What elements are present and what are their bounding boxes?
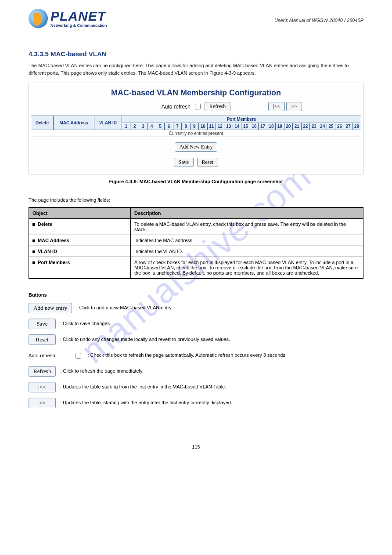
port-col-24: 24: [318, 123, 327, 130]
col-vlan: VLAN ID: [94, 116, 122, 130]
panel-toolbar: Auto-refresh Refresh |<< >>: [31, 102, 361, 111]
auto-refresh-label: Auto-refresh: [162, 104, 191, 110]
auto-refresh-row-label: Auto-refresh: [29, 353, 55, 358]
table-row: Port MembersA row of check boxes for eac…: [29, 257, 363, 279]
port-col-13: 13: [224, 123, 233, 130]
port-col-17: 17: [259, 123, 267, 130]
page-number: 115: [29, 444, 363, 450]
refresh-button[interactable]: Refresh: [205, 102, 230, 111]
button-desc-row: Save: Click to save changes.: [29, 318, 363, 330]
port-col-6: 6: [165, 123, 173, 130]
port-col-15: 15: [241, 123, 250, 130]
doc-button[interactable]: Refresh: [29, 366, 56, 377]
save-reset-row: Save Reset: [31, 158, 361, 167]
port-col-5: 5: [156, 123, 164, 130]
param-desc: A row of check boxes for each port is di…: [131, 257, 363, 279]
buttons-heading: Buttons: [29, 292, 363, 297]
doc-button[interactable]: Reset: [29, 334, 56, 345]
membership-table: Delete MAC Address VLAN ID Port Members …: [31, 116, 361, 137]
col-delete: Delete: [31, 116, 54, 130]
port-col-14: 14: [233, 123, 241, 130]
button-desc-row: Auto-refresh: Check this box to refresh …: [29, 349, 363, 362]
fields-intro: The page includes the following fields:: [29, 197, 363, 203]
button-desc-row: |<<: Updates the table starting from the…: [29, 381, 363, 393]
button-desc-text: : Updates the table, starting with the e…: [60, 399, 363, 406]
port-col-22: 22: [301, 123, 309, 130]
table-row: VLAN IDIndicates the VLAN ID.: [29, 246, 363, 257]
buttons-section: Buttons Add new entry: Click to add a ne…: [29, 292, 363, 409]
port-col-27: 27: [344, 123, 352, 130]
port-col-28: 28: [352, 123, 361, 130]
port-col-4: 4: [147, 123, 156, 130]
port-col-3: 3: [139, 123, 147, 130]
doc-button[interactable]: >>: [29, 398, 56, 408]
auto-refresh-row-checkbox[interactable]: [76, 353, 81, 359]
intro-paragraph: The MAC-based VLAN enties can be configu…: [29, 62, 363, 76]
figure-caption: Figure 4-3-9: MAC-based VLAN Membership …: [29, 179, 363, 184]
param-desc: To delete a MAC-based VLAN entry, check …: [131, 219, 363, 235]
brand-tagline: Networking & Communication: [50, 24, 107, 28]
port-col-9: 9: [190, 123, 198, 130]
port-col-20: 20: [284, 123, 292, 130]
param-desc: Indicates the VLAN ID.: [131, 246, 363, 257]
section-heading: 4.3.3.5 MAC-based VLAN: [29, 50, 363, 58]
globe-icon: [29, 9, 48, 28]
save-button[interactable]: Save: [174, 158, 194, 167]
port-col-1: 1: [122, 123, 130, 130]
button-desc-text: : Click to add a new MAC-based VLAN entr…: [76, 305, 363, 311]
add-new-entry-button[interactable]: Add New Entry: [175, 142, 218, 152]
port-col-8: 8: [182, 123, 190, 130]
button-desc-text: : Updates the table starting from the fi…: [60, 384, 363, 390]
params-table: Object Description DeleteTo delete a MAC…: [29, 207, 363, 279]
col-port-members: Port Members: [122, 116, 361, 123]
port-col-18: 18: [267, 123, 275, 130]
port-col-12: 12: [216, 123, 224, 130]
port-col-7: 7: [173, 123, 181, 130]
table-nodata: Currently no entries present: [31, 130, 361, 137]
param-object: Port Members: [29, 257, 131, 279]
col-mac: MAC Address: [54, 116, 94, 130]
param-desc: Indicates the MAC address.: [131, 235, 363, 246]
reset-button[interactable]: Reset: [197, 158, 219, 167]
config-panel: MAC-based VLAN Membership Configuration …: [29, 83, 363, 174]
port-col-23: 23: [309, 123, 318, 130]
port-col-21: 21: [293, 123, 301, 130]
button-desc-text: : Click to save changes.: [60, 320, 363, 327]
button-desc-text: : Click to refresh the page immediately.: [60, 368, 363, 374]
panel-title: MAC-based VLAN Membership Configuration: [31, 88, 361, 98]
param-object: Delete: [29, 219, 131, 235]
params-head-object: Object: [29, 207, 131, 219]
brand-name: PLANET: [50, 10, 107, 23]
doc-button[interactable]: Add new entry: [29, 303, 72, 313]
port-col-16: 16: [250, 123, 258, 130]
port-col-26: 26: [335, 123, 344, 130]
button-desc-row: Add new entry: Click to add a new MAC-ba…: [29, 302, 363, 314]
next-page-button[interactable]: >>: [286, 102, 302, 111]
param-object: VLAN ID: [29, 246, 131, 257]
button-desc-row: Reset: Click to undo any changes made lo…: [29, 334, 363, 346]
params-head-desc: Description: [131, 207, 363, 219]
table-row: MAC AddressIndicates the MAC address.: [29, 235, 363, 246]
doc-button[interactable]: Save: [29, 319, 56, 329]
param-object: MAC Address: [29, 235, 131, 246]
add-row: Add New Entry: [31, 142, 361, 152]
port-col-10: 10: [199, 123, 207, 130]
port-col-25: 25: [327, 123, 335, 130]
table-row: DeleteTo delete a MAC-based VLAN entry, …: [29, 219, 363, 235]
button-desc-text: : Click to undo any changes made locally…: [60, 336, 363, 343]
doc-button[interactable]: |<<: [29, 382, 56, 392]
button-desc-row: Refresh: Click to refresh the page immed…: [29, 365, 363, 377]
port-col-19: 19: [276, 123, 284, 130]
first-page-button[interactable]: |<<: [268, 102, 285, 111]
port-col-11: 11: [207, 123, 216, 130]
button-desc-text: : Check this box to refresh the page aut…: [88, 352, 363, 359]
button-desc-row: >>: Updates the table, starting with the…: [29, 397, 363, 409]
port-col-2: 2: [130, 123, 139, 130]
auto-refresh-checkbox[interactable]: [195, 104, 201, 109]
